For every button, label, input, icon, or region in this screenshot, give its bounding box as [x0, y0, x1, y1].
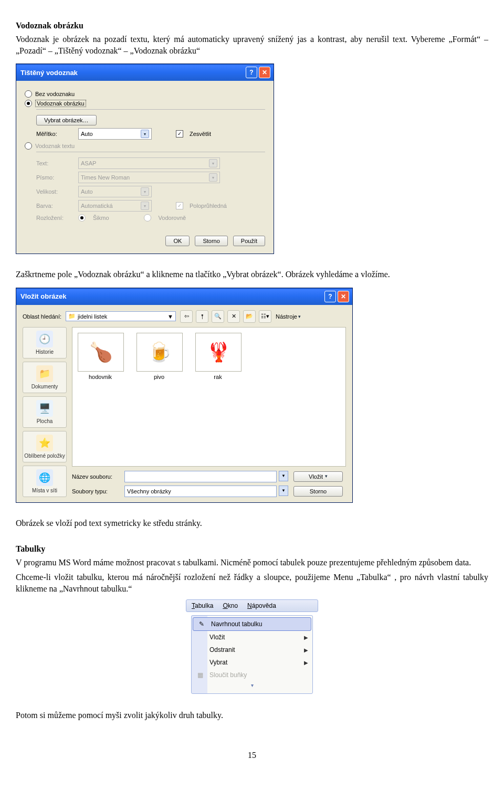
help-icon[interactable]: ?	[324, 291, 336, 302]
button-label: Storno	[310, 488, 327, 494]
label-lookin: Oblast hledání:	[23, 313, 61, 320]
menu-delete[interactable]: Odstranit ▶	[192, 644, 312, 656]
lookin-dropdown[interactable]: 📁 jidelni listek ▼	[66, 311, 176, 321]
thumbnail-label: rak	[195, 374, 240, 380]
filename-input[interactable]	[124, 471, 277, 482]
place-label: Oblíbené položky	[24, 453, 65, 459]
thumbnail-image: 🍺	[136, 333, 183, 372]
para-6: Potom si můžeme pomocí myši zvolit jakýk…	[16, 710, 488, 721]
place-favorites[interactable]: ⭐ Oblíbené položky	[23, 431, 67, 462]
font-dropdown: Times New Roman ▼	[78, 172, 220, 183]
titlebar[interactable]: Vložit obrázek ? ✕	[16, 288, 352, 305]
para-2: Zaškrtneme pole „Vodoznak obrázku“ a kli…	[16, 269, 488, 280]
radio-image-watermark[interactable]: Vodoznak obrázku	[25, 100, 265, 107]
chevron-down-icon: ▼	[167, 313, 173, 320]
up-icon[interactable]: ⭱	[196, 310, 208, 323]
cancel-button[interactable]: Storno	[195, 236, 227, 246]
label-font: Písmo:	[36, 174, 74, 181]
titlebar[interactable]: Tištěný vodoznak ? ✕	[16, 64, 274, 81]
file-thumbnail[interactable]: 🍗 hodovnik	[78, 333, 123, 380]
chevron-down-icon[interactable]: ▼	[279, 486, 288, 496]
cancel-button[interactable]: Storno	[293, 486, 343, 497]
radio-label: Vodoznak obrázku	[35, 100, 86, 107]
scale-dropdown[interactable]: Auto ▼	[78, 128, 152, 140]
menu-help[interactable]: Nápověda	[247, 602, 276, 609]
chevron-down-icon: ▾	[298, 314, 301, 319]
close-icon[interactable]: ✕	[259, 67, 270, 78]
search-icon[interactable]: 🔍	[212, 310, 224, 323]
help-icon[interactable]: ?	[246, 67, 257, 78]
heading-tables: Tabulky	[16, 544, 488, 554]
expand-menu-icon[interactable]: ▾	[192, 681, 312, 688]
views-icon[interactable]: ☷▾	[259, 310, 271, 323]
folder-icon: 📁	[68, 313, 76, 320]
radio-icon	[25, 142, 32, 150]
label-scale: Měřítko:	[36, 131, 74, 137]
ok-button[interactable]: OK	[165, 236, 190, 246]
menu-table[interactable]: Tabulka	[192, 602, 213, 609]
label-filetype: Soubory typu:	[72, 488, 119, 494]
color-dropdown: Automatická ▼	[78, 200, 152, 212]
lighten-label: Zesvětlit	[190, 131, 211, 137]
menu-insert[interactable]: Vložit ▶	[192, 631, 312, 644]
chevron-right-icon: ▶	[304, 635, 308, 640]
dialog-title: Tištěný vodoznak	[20, 69, 244, 77]
delete-icon[interactable]: ✕	[227, 310, 240, 323]
select-image-button[interactable]: Vybrat obrázek…	[36, 115, 97, 125]
menu-select[interactable]: Vybrat ▶	[192, 656, 312, 669]
desktop-icon: 🖥️	[36, 400, 53, 417]
scale-value: Auto	[81, 131, 93, 137]
thumbnail-image: 🦞	[195, 333, 242, 372]
chevron-down-icon: ▼	[209, 173, 217, 182]
place-network[interactable]: 🌐 Místa v síti	[23, 466, 67, 497]
radio-text-watermark[interactable]: Vodoznak textu	[25, 142, 265, 150]
label-filename: Název souboru:	[72, 473, 119, 480]
filetype-dropdown[interactable]: Všechny obrázky	[124, 486, 277, 497]
thumbnail-label: pivo	[136, 374, 182, 380]
file-thumbnail[interactable]: 🍺 pivo	[136, 333, 182, 380]
file-thumbnail[interactable]: 🦞 rak	[195, 333, 240, 380]
radio-label: Bez vodoznaku	[35, 91, 75, 97]
file-list[interactable]: 🍗 hodovnik 🍺 pivo 🦞 rak	[72, 327, 346, 467]
documents-icon: 📁	[36, 365, 53, 382]
favorites-icon: ⭐	[36, 435, 53, 451]
para-4: V programu MS Word máme možnost pracovat…	[16, 557, 488, 568]
lighten-checkbox[interactable]	[176, 130, 183, 138]
radio-no-watermark[interactable]: Bez vodoznaku	[25, 90, 265, 98]
menu-draw-table[interactable]: ✎ Navrhnout tabulku	[193, 617, 311, 631]
history-icon: 🕘	[36, 331, 53, 347]
semitransparent-checkbox	[176, 202, 183, 209]
dialog-insert-image: Vložit obrázek ? ✕ Oblast hledání: 📁 jid…	[16, 288, 353, 503]
place-documents[interactable]: 📁 Dokumenty	[23, 362, 67, 393]
back-icon[interactable]: ⇦	[180, 310, 193, 323]
chevron-down-icon: ▼	[141, 202, 149, 210]
button-label: Vložit	[309, 473, 323, 480]
text-dropdown: ASAP ▼	[78, 157, 220, 169]
place-desktop[interactable]: 🖥️ Plocha	[23, 396, 67, 428]
font-value: Times New Roman	[81, 174, 130, 181]
menu-label: Odstranit	[209, 646, 235, 653]
chevron-down-icon: ▼	[209, 159, 217, 167]
chevron-down-icon[interactable]: ▼	[279, 471, 288, 481]
radio-icon	[25, 90, 32, 98]
menu-label: Sloučit buňky	[209, 671, 247, 679]
menu-window[interactable]: Okno	[223, 602, 238, 609]
label-text: Text:	[36, 160, 74, 166]
color-value: Automatická	[81, 203, 113, 209]
apply-button[interactable]: Použít	[233, 236, 265, 246]
insert-button[interactable]: Vložit ▾	[293, 471, 343, 482]
folder-name: jidelni listek	[78, 313, 107, 320]
tools-menu[interactable]: Nástroje ▾	[276, 313, 301, 320]
chevron-down-icon: ▾	[325, 473, 328, 480]
place-history[interactable]: 🕘 Historie	[23, 327, 67, 358]
close-icon[interactable]: ✕	[338, 291, 349, 302]
radio-icon	[78, 214, 86, 222]
menubar: Tabulka Okno Nápověda	[186, 599, 318, 612]
label-size: Velikost:	[36, 188, 74, 195]
page-number: 15	[16, 751, 488, 760]
new-folder-icon[interactable]: 📂	[243, 310, 256, 323]
dialog-printed-watermark: Tištěný vodoznak ? ✕ Bez vodoznaku Vodoz…	[16, 64, 274, 254]
menu-label: Vložit	[209, 634, 225, 641]
para-3: Obrázek se vloží pod text symetricky ke …	[16, 518, 488, 529]
merge-icon: ▦	[195, 670, 205, 680]
